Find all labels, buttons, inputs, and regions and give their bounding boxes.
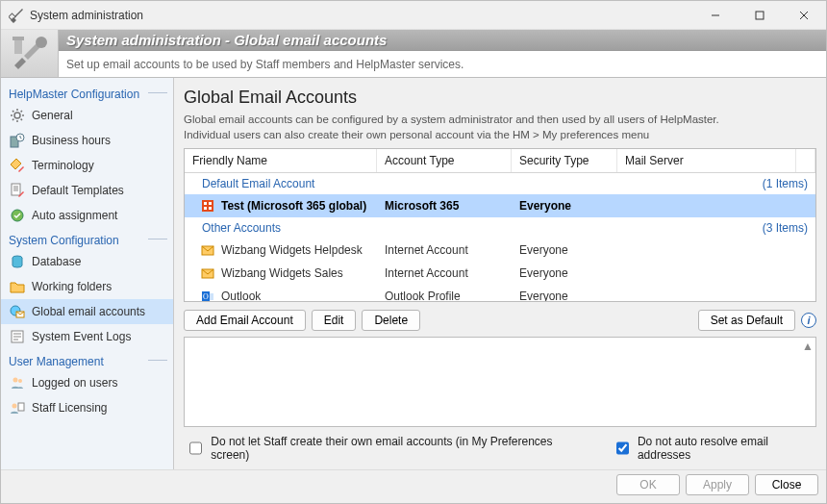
edit-button[interactable]: Edit (312, 310, 357, 331)
sidebar-item-logged-on-users[interactable]: Logged on users (1, 370, 173, 395)
table-row[interactable]: OOutlookOutlook ProfileEveryone (185, 285, 815, 301)
sidebar-item-label: Global email accounts (32, 305, 145, 318)
table-row[interactable]: Wizbang Widgets SalesInternet AccountEve… (185, 262, 815, 285)
scroll-up-icon[interactable]: ▲ (802, 340, 814, 353)
cell-friendly-name: Wizbang Widgets Helpdesk (221, 243, 363, 257)
dialog-buttons: OK Apply Close (1, 469, 826, 503)
grid-body[interactable]: Default Email Account(1 Items)Test (Micr… (185, 173, 815, 301)
globe-mail-icon (9, 303, 26, 320)
sidebar-item-global-email-accounts[interactable]: Global email accounts (1, 299, 173, 324)
o365-icon (200, 198, 215, 214)
database-icon (9, 253, 26, 270)
col-mail-server[interactable]: Mail Server (617, 149, 796, 172)
sidebar-item-label: General (32, 109, 73, 122)
group-count: (1 Items) (763, 177, 808, 190)
titlebar: System administration (1, 1, 826, 30)
sidebar-item-working-folders[interactable]: Working folders (1, 274, 173, 299)
cell-mail-server (617, 248, 815, 252)
svg-rect-21 (202, 200, 213, 212)
opt-auto-resolve[interactable]: Do not auto resolve email addresses (613, 435, 814, 462)
opt-staff-create-label: Do not let Staff create their own email … (211, 435, 573, 462)
cell-mail-server (617, 204, 815, 208)
svg-point-19 (13, 404, 17, 409)
mail-icon (200, 265, 215, 281)
svg-point-5 (36, 37, 47, 48)
users-icon (9, 374, 26, 391)
clock-building-icon (9, 132, 26, 149)
group-name: Other Accounts (202, 221, 763, 235)
table-row[interactable]: Wizbang Widgets HelpdeskInternet Account… (185, 239, 815, 262)
grid-toolbar: Add Email Account Edit Delete Set as Def… (184, 310, 816, 331)
opt-staff-create-checkbox[interactable] (189, 441, 202, 455)
sidebar-section-header: System Configuration (1, 228, 173, 249)
sidebar-item-label: Terminology (32, 159, 94, 172)
page-title: Global Email Accounts (184, 88, 816, 108)
col-account-type[interactable]: Account Type (377, 149, 512, 172)
delete-button[interactable]: Delete (362, 310, 420, 331)
sidebar-item-auto-assignment[interactable]: Auto assignment (1, 203, 173, 228)
cell-security-type: Everyone (512, 288, 617, 301)
svg-rect-25 (209, 207, 212, 210)
sidebar-item-general[interactable]: General (1, 103, 173, 128)
sidebar-item-terminology[interactable]: Terminology (1, 153, 173, 178)
sidebar-item-label: Staff Licensing (32, 401, 108, 415)
sidebar-item-default-templates[interactable]: Default Templates (1, 178, 173, 203)
main-panel: Global Email Accounts Global email accou… (174, 78, 826, 469)
folder-icon (9, 278, 26, 295)
sidebar-section-header: HelpMaster Configuration (1, 82, 173, 103)
minimize-button[interactable] (693, 1, 738, 30)
sidebar: HelpMaster ConfigurationGeneralBusiness … (1, 78, 174, 469)
sidebar-item-label: Business hours (32, 134, 111, 147)
cell-friendly-name: Test (Microsoft 365 global) (221, 199, 366, 213)
svg-rect-2 (756, 12, 764, 19)
window-title: System administration (30, 9, 143, 22)
opt-auto-resolve-checkbox[interactable] (616, 441, 629, 455)
ok-button[interactable]: OK (616, 474, 680, 495)
close-window-button[interactable] (782, 1, 826, 30)
set-as-default-button[interactable]: Set as Default (698, 310, 795, 331)
table-row[interactable]: Test (Microsoft 365 global)Microsoft 365… (185, 194, 815, 217)
close-button[interactable]: Close (755, 474, 818, 495)
sidebar-item-system-event-logs[interactable]: System Event Logs (1, 324, 173, 349)
svg-rect-30 (210, 293, 213, 300)
apply-button[interactable]: Apply (686, 474, 749, 495)
col-extra[interactable] (796, 149, 815, 172)
col-security-type[interactable]: Security Type (512, 149, 617, 172)
opt-staff-create[interactable]: Do not let Staff create their own email … (186, 435, 574, 462)
add-email-account-button[interactable]: Add Email Account (184, 310, 306, 331)
gear-icon (9, 107, 26, 124)
svg-text:O: O (203, 292, 209, 301)
svg-point-8 (14, 113, 20, 118)
maximize-button[interactable] (738, 1, 782, 30)
app-window: System administration System administrat… (0, 0, 827, 504)
sidebar-item-label: System Event Logs (32, 330, 131, 343)
banner-icon (1, 30, 59, 77)
group-name: Default Email Account (202, 177, 763, 190)
svg-rect-24 (204, 207, 207, 210)
sidebar-section-header: User Management (1, 349, 173, 370)
cell-account-type: Outlook Profile (377, 288, 512, 301)
group-count: (3 Items) (763, 221, 808, 235)
auto-icon (9, 207, 26, 224)
grid-group-header[interactable]: Default Email Account(1 Items) (185, 173, 815, 194)
info-icon[interactable]: i (801, 313, 816, 328)
grid-group-header[interactable]: Other Accounts(3 Items) (185, 217, 815, 239)
doc-pencil-icon (9, 182, 26, 199)
cell-mail-server (617, 271, 815, 275)
header-banner: System administration - Global email acc… (1, 30, 826, 78)
cell-account-type: Microsoft 365 (377, 197, 512, 214)
sidebar-item-business-hours[interactable]: Business hours (1, 128, 173, 153)
cell-account-type: Internet Account (377, 265, 512, 282)
cell-security-type: Everyone (512, 241, 617, 259)
cell-friendly-name: Wizbang Widgets Sales (221, 266, 343, 280)
col-friendly-name[interactable]: Friendly Name (185, 149, 377, 172)
sidebar-item-staff-licensing[interactable]: Staff Licensing (1, 395, 173, 420)
page-description: Global email accounts can be configured … (184, 112, 816, 142)
sidebar-item-label: Default Templates (32, 184, 124, 197)
mail-icon (200, 242, 215, 258)
grid-header: Friendly Name Account Type Security Type… (185, 149, 815, 173)
svg-rect-22 (204, 202, 207, 205)
sidebar-item-database[interactable]: Database (1, 249, 173, 274)
svg-rect-6 (13, 37, 24, 40)
svg-rect-11 (12, 184, 20, 195)
